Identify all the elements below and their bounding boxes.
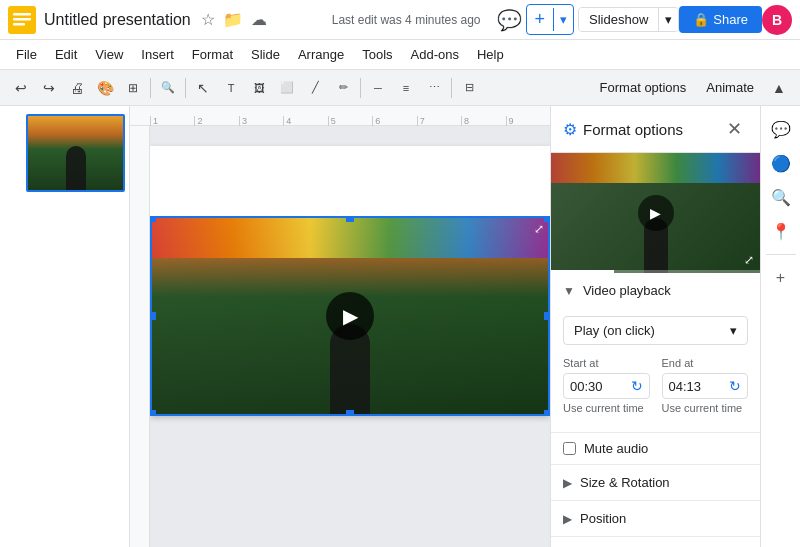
toolbar-shapes[interactable]: ⬜	[274, 75, 300, 101]
slide-page[interactable]: ▶ ⤢	[150, 146, 550, 416]
format-panel-video-preview[interactable]: ▶ ⤢	[551, 153, 760, 273]
video-playback-header[interactable]: ▼ Video playback	[551, 273, 760, 308]
end-at-value[interactable]	[669, 379, 729, 394]
video-expand-icon[interactable]: ⤢	[534, 222, 544, 236]
resize-handle-bm[interactable]	[346, 410, 354, 416]
toolbar-align[interactable]: ⊟	[456, 75, 482, 101]
end-at-refresh-icon[interactable]: ↻	[729, 378, 741, 394]
format-panel: ⚙ Format options ✕ ▶ ⤢ ▼ Video playback	[550, 106, 760, 547]
toolbar-line-color[interactable]: ─	[365, 75, 391, 101]
slide-thumb-inner	[28, 116, 123, 190]
play-mode-arrow: ▾	[730, 323, 737, 338]
side-icon-2[interactable]: 🔵	[766, 148, 796, 178]
menu-slide[interactable]: Slide	[243, 43, 288, 66]
toolbar-zoom-in[interactable]: 🔍	[155, 75, 181, 101]
app-logo	[8, 6, 36, 34]
toolbar-collapse[interactable]: ▲	[766, 75, 792, 101]
fp-progress-bar	[551, 270, 760, 273]
fp-video-expand-icon[interactable]: ⤢	[744, 253, 754, 267]
toolbar-line-weight[interactable]: ≡	[393, 75, 419, 101]
resize-handle-tm[interactable]	[346, 216, 354, 222]
menu-arrange[interactable]: Arrange	[290, 43, 352, 66]
resize-handle-br[interactable]	[544, 410, 550, 416]
menu-view[interactable]: View	[87, 43, 131, 66]
resize-handle-ml[interactable]	[150, 312, 156, 320]
right-edge-sep	[766, 254, 796, 255]
toolbar-undo[interactable]: ↩	[8, 75, 34, 101]
resize-handle-tl[interactable]	[150, 216, 156, 222]
drop-shadow-section[interactable]: ▶ Drop shadow	[551, 537, 760, 547]
video-playback-chevron: ▼	[563, 284, 575, 298]
resize-handle-bl[interactable]	[150, 410, 156, 416]
resize-handle-tr[interactable]	[544, 216, 550, 222]
svg-rect-3	[13, 23, 25, 26]
side-icon-3[interactable]: 🔍	[766, 182, 796, 212]
size-rotation-chevron: ▶	[563, 476, 572, 490]
title-action-icons: ☆ 📁 ☁	[199, 8, 269, 31]
fp-video-play-button[interactable]: ▶	[638, 195, 674, 231]
play-mode-dropdown[interactable]: Play (on click) ▾	[563, 316, 748, 345]
play-mode-value: Play (on click)	[574, 323, 655, 338]
toolbar-sep-4	[451, 78, 452, 98]
toolbar-zoom-fit[interactable]: ⊞	[120, 75, 146, 101]
star-icon[interactable]: ☆	[199, 8, 217, 31]
toolbar-print[interactable]: 🖨	[64, 75, 90, 101]
menu-edit[interactable]: Edit	[47, 43, 85, 66]
position-section[interactable]: ▶ Position	[551, 501, 760, 537]
toolbar-image[interactable]: 🖼	[246, 75, 272, 101]
resize-handle-mr[interactable]	[544, 312, 550, 320]
animate-button[interactable]: Animate	[698, 77, 762, 98]
mute-audio-checkbox[interactable]	[563, 442, 576, 455]
canvas-area: 1 2 3 4 5 6 7 8 9	[130, 106, 550, 547]
presentation-title[interactable]: Untitled presentation	[44, 11, 191, 29]
format-panel-close[interactable]: ✕	[721, 116, 748, 142]
format-panel-title: Format options	[583, 121, 721, 138]
side-icon-4[interactable]: 📍	[766, 216, 796, 246]
toolbar-sep-1	[150, 78, 151, 98]
position-label: Position	[580, 511, 626, 526]
start-at-refresh-icon[interactable]: ↻	[631, 378, 643, 394]
menu-insert[interactable]: Insert	[133, 43, 182, 66]
toolbar-textbox[interactable]: T	[218, 75, 244, 101]
slideshow-label[interactable]: Slideshow	[579, 8, 658, 31]
toolbar-redo[interactable]: ↪	[36, 75, 62, 101]
toolbar-line-dash[interactable]: ⋯	[421, 75, 447, 101]
last-edit-text: Last edit was 4 minutes ago	[332, 13, 481, 27]
toolbar-paint[interactable]: 🎨	[92, 75, 118, 101]
size-rotation-section[interactable]: ▶ Size & Rotation	[551, 465, 760, 501]
toolbar-cursor[interactable]: ↖	[190, 75, 216, 101]
side-icon-plus[interactable]: +	[766, 263, 796, 293]
video-play-button[interactable]: ▶	[326, 292, 374, 340]
share-button[interactable]: 🔒 Share	[679, 6, 762, 33]
time-inputs-row: Start at ↻ Use current time End at ↻	[563, 357, 748, 414]
slideshow-button[interactable]: Slideshow ▾	[578, 7, 679, 32]
start-at-label: Start at	[563, 357, 650, 369]
slide-canvas: ▶ ⤢	[150, 126, 550, 547]
comments-button[interactable]: 💬	[493, 4, 526, 36]
ruler-horizontal: 1 2 3 4 5 6 7 8 9	[130, 106, 550, 126]
slide-1-container: 1	[4, 114, 125, 192]
end-use-current[interactable]: Use current time	[662, 402, 749, 414]
toolbar-line[interactable]: ╱	[302, 75, 328, 101]
format-options-button[interactable]: Format options	[592, 77, 695, 98]
slideshow-arrow[interactable]: ▾	[658, 8, 678, 31]
menu-format[interactable]: Format	[184, 43, 241, 66]
folder-icon[interactable]: 📁	[221, 8, 245, 31]
video-element[interactable]: ▶ ⤢	[150, 216, 550, 416]
mute-audio-label[interactable]: Mute audio	[584, 441, 648, 456]
slide-thumbnail-1[interactable]	[26, 114, 125, 192]
menu-file[interactable]: File	[8, 43, 45, 66]
menu-help[interactable]: Help	[469, 43, 512, 66]
start-at-input[interactable]: ↻	[563, 373, 650, 399]
start-use-current[interactable]: Use current time	[563, 402, 650, 414]
format-panel-icon: ⚙	[563, 120, 577, 139]
start-at-value[interactable]	[570, 379, 630, 394]
menu-tools[interactable]: Tools	[354, 43, 400, 66]
user-avatar[interactable]: B	[762, 5, 792, 35]
menu-addons[interactable]: Add-ons	[403, 43, 467, 66]
end-at-input[interactable]: ↻	[662, 373, 749, 399]
side-icon-1[interactable]: 💬	[766, 114, 796, 144]
cloud-icon[interactable]: ☁	[249, 8, 269, 31]
toolbar-scribble[interactable]: ✏	[330, 75, 356, 101]
add-button[interactable]: + ▾	[526, 4, 575, 35]
